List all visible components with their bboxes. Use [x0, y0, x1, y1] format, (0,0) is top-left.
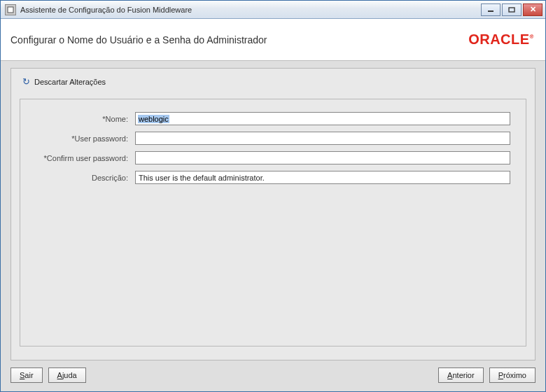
refresh-icon: ↻ — [22, 77, 30, 86]
form-panel: *Nome: weblogic *User password: *Confirm… — [20, 99, 526, 346]
discard-changes-label: Descartar Alterações — [34, 78, 106, 86]
main-panel: ↻ Descartar Alterações *Nome: weblogic *… — [10, 68, 536, 360]
minimize-button[interactable] — [481, 4, 500, 16]
close-button[interactable]: ✕ — [523, 4, 542, 16]
confirm-password-field[interactable] — [135, 151, 510, 164]
svg-rect-1 — [488, 10, 493, 12]
description-label: Descrição: — [33, 174, 135, 182]
svg-rect-2 — [509, 8, 514, 12]
name-field[interactable]: weblogic — [135, 112, 510, 125]
svg-rect-0 — [8, 7, 13, 13]
next-button[interactable]: Próximo — [489, 368, 536, 383]
header: Configurar o Nome do Usuário e a Senha d… — [1, 19, 545, 61]
title-bar: Assistente de Configuração do Fusion Mid… — [1, 1, 545, 19]
footer-buttons: Sair Ajuda Anterior Próximo — [10, 368, 536, 383]
name-label: *Nome: — [33, 115, 135, 123]
app-icon — [5, 4, 16, 15]
name-value: weblogic — [138, 115, 169, 123]
description-field[interactable] — [135, 171, 510, 184]
page-title: Configurar o Nome do Usuário e a Senha d… — [10, 34, 267, 46]
user-password-field[interactable] — [135, 132, 510, 145]
user-password-label: *User password: — [33, 134, 135, 143]
confirm-password-label: *Confirm user password: — [33, 154, 135, 162]
previous-button[interactable]: Anterior — [438, 368, 484, 383]
content-area: ↻ Descartar Alterações *Nome: weblogic *… — [1, 61, 545, 391]
oracle-logo: ORACLE® — [468, 31, 534, 48]
exit-button[interactable]: Sair — [10, 368, 43, 383]
window-controls: ✕ — [481, 4, 542, 16]
maximize-button[interactable] — [502, 4, 522, 16]
help-button[interactable]: Ajuda — [48, 368, 86, 383]
window-title: Assistente de Configuração do Fusion Mid… — [20, 6, 192, 14]
discard-changes-link[interactable]: ↻ Descartar Alterações — [20, 76, 526, 99]
